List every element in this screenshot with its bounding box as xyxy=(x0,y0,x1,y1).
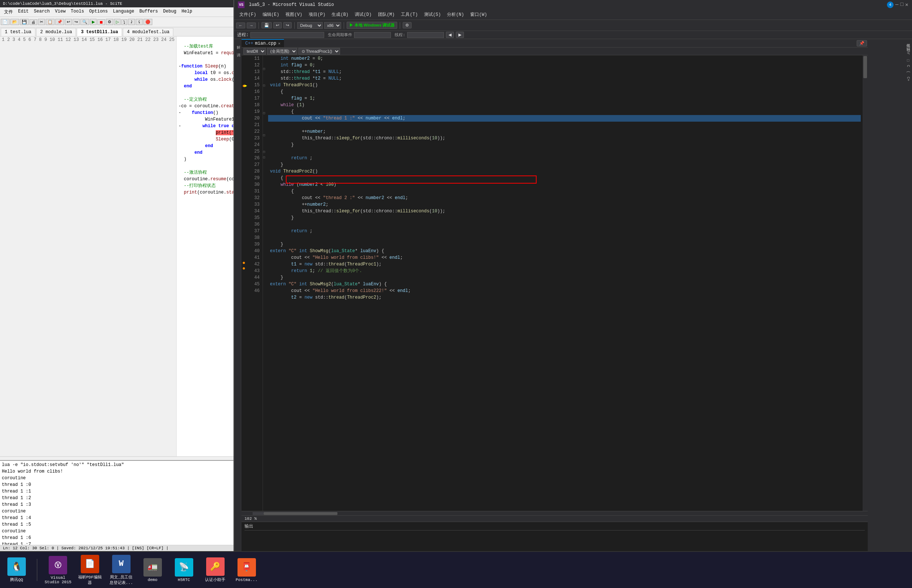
right-panel-label6: C+ xyxy=(870,77,910,81)
vs-menu-debug[interactable]: 调试(D) xyxy=(353,11,374,18)
tb-platform-select[interactable]: x86 x64 xyxy=(324,22,341,29)
minimize-btn[interactable]: — xyxy=(896,2,898,8)
menu-options[interactable]: Options xyxy=(87,8,110,16)
tb-config-select[interactable]: Debug Release xyxy=(297,22,323,29)
vs-menu-edit[interactable]: 编辑(E) xyxy=(260,11,282,18)
taskbar-item-postman[interactable]: 📮 Postma... xyxy=(234,558,260,582)
vs-title: lua5_3 - Microsoft Visual Studio xyxy=(249,2,334,7)
scope-select[interactable]: testDll xyxy=(243,48,266,55)
scite-tab-1[interactable]: 1 test.lua xyxy=(1,28,36,36)
function-select[interactable]: ⊙ ThreadProc1() xyxy=(298,48,340,55)
vs-menubar: 文件(F) 编辑(E) 视图(V) 项目(P) 生成(B) 调试(D) 团队(M… xyxy=(234,10,912,20)
menu-file[interactable]: 文件 xyxy=(2,8,15,16)
code-content[interactable]: --加载test库 WinFeature1 = require("testDll… xyxy=(177,37,233,456)
vs-vscrollbar[interactable] xyxy=(863,55,868,511)
scite-tab-2[interactable]: 2 module.lua xyxy=(36,28,76,36)
menu-view[interactable]: View xyxy=(53,8,68,16)
toolbar-find[interactable]: 🔍 xyxy=(81,19,89,25)
badge-4: 4 xyxy=(887,2,894,8)
toolbar-paste[interactable]: 📌 xyxy=(55,19,64,25)
toolbar-run[interactable]: ▶ xyxy=(90,19,97,25)
vs-menu-view[interactable]: 视图(V) xyxy=(283,11,305,18)
taskbar-item-demo[interactable]: 🚛 demo xyxy=(140,558,166,582)
tb-sep1 xyxy=(259,22,259,29)
vs-menu-project[interactable]: 项目(P) xyxy=(306,11,328,18)
toolbar-debug-over[interactable]: ⤸ xyxy=(128,19,135,25)
taskbar-item-vs[interactable]: Ⓥ VisualStudio 2015 xyxy=(45,556,71,584)
toolbar-new[interactable]: 📄 xyxy=(1,19,10,25)
tb-redo[interactable]: ↪ xyxy=(283,22,292,28)
renzheng-icon: 🔑 xyxy=(206,557,225,576)
tab-close[interactable]: ✕ xyxy=(278,41,280,46)
pdf-icon: 📄 xyxy=(81,555,99,573)
taskbar-item-pdf[interactable]: 📄 福昕PDF编辑器 xyxy=(77,555,103,585)
toolbar-cut[interactable]: ✂ xyxy=(38,19,45,25)
process-label: 进程: xyxy=(237,32,249,38)
toolbar-undo[interactable]: ↩ xyxy=(65,19,72,25)
menu-edit[interactable]: Edit xyxy=(16,8,31,16)
vs-hscroll-thumb[interactable] xyxy=(264,512,338,515)
menu-buffers[interactable]: Buffers xyxy=(137,8,160,16)
taskbar-sep-1 xyxy=(37,559,37,581)
qq-label: 腾讯QQ xyxy=(10,577,23,583)
maximize-btn[interactable]: □ xyxy=(900,2,903,8)
vs-menu-team[interactable]: 团队(M) xyxy=(376,11,397,18)
word-icon: W xyxy=(112,555,131,573)
toolbar-debug-bp[interactable]: 🔴 xyxy=(144,19,152,25)
menu-language[interactable]: Language xyxy=(111,8,136,16)
vs-menu-build[interactable]: 生成(B) xyxy=(329,11,351,18)
vs-editor-tabs: C++ mian.cpp ✕ 📌 xyxy=(241,39,868,48)
toolbar-save[interactable]: 💾 xyxy=(20,19,29,25)
line-numbers: 1 2 3 4 5 6 7 8 9 10 11 12 13 14 15 16 1… xyxy=(0,37,177,456)
bp-marker-40: ● xyxy=(242,260,245,266)
menu-help[interactable]: Help xyxy=(179,8,194,16)
namespace-select[interactable]: (全局范围) xyxy=(267,48,297,55)
taskbar-item-word[interactable]: W 周文_员工信息登记表... xyxy=(108,555,134,585)
tb-settings[interactable]: ⚙ xyxy=(403,22,412,28)
taskbar-item-renzheng[interactable]: 🔑 认证小助手 xyxy=(202,557,228,583)
scite-hscroll[interactable] xyxy=(0,456,233,460)
toolbar-compile[interactable]: ⚙ xyxy=(106,19,113,25)
taskbar-item-h5rtc[interactable]: 📡 H5RTC xyxy=(171,558,197,582)
tb-save-all[interactable]: 💾 xyxy=(262,22,272,28)
next-btn[interactable]: ▶ xyxy=(456,32,464,38)
toolbar-stop[interactable]: ⏹ xyxy=(97,19,105,25)
menu-tools[interactable]: Tools xyxy=(69,8,86,16)
toolbar-debug-run[interactable]: ▷ xyxy=(114,19,121,25)
tb-back[interactable]: ← xyxy=(236,23,245,28)
toolbar-debug-out[interactable]: ⤹ xyxy=(136,19,143,25)
close-btn[interactable]: ✕ xyxy=(906,2,908,8)
vs-menu-analyze[interactable]: 分析(N) xyxy=(445,11,466,18)
process-input[interactable] xyxy=(251,32,324,38)
toolbar-redo[interactable]: ↪ xyxy=(73,19,80,25)
pdf-label: 福昕PDF编辑器 xyxy=(78,574,102,585)
vs-code-content[interactable]: int number2 = 0; int flag = 0; std::thre… xyxy=(268,55,863,511)
toolbar-print[interactable]: 🖨 xyxy=(29,19,37,25)
tab-pin[interactable]: 📌 xyxy=(857,40,867,47)
taskbar-item-qq[interactable]: 🐧 腾讯QQ xyxy=(4,557,29,583)
editor-tab-mian[interactable]: C++ mian.cpp ✕ xyxy=(241,39,284,47)
tab-label: mian.cpp xyxy=(255,41,277,46)
tb-run[interactable]: ▶ 本地 Windows 调试器 xyxy=(347,22,397,29)
vs-menu-test[interactable]: 测试(S) xyxy=(422,11,443,18)
scite-tab-4[interactable]: 4 moduleTest.lua xyxy=(123,28,173,36)
toolbar-debug-step[interactable]: ⤵ xyxy=(121,19,127,25)
prev-btn[interactable]: ◀ xyxy=(446,32,454,38)
vs-vscroll-thumb[interactable] xyxy=(863,56,867,78)
tb-undo[interactable]: ↩ xyxy=(273,22,282,28)
lifecycle-input[interactable] xyxy=(354,32,391,38)
hs-left-btn[interactable] xyxy=(252,512,264,515)
word-label: 周文_员工信息登记表... xyxy=(110,574,133,585)
toolbar-copy[interactable]: 📋 xyxy=(46,19,55,25)
menu-debug[interactable]: Debug xyxy=(161,8,178,16)
thread-input[interactable] xyxy=(407,32,444,38)
menu-search[interactable]: Search xyxy=(32,8,52,16)
scite-tab-3[interactable]: 3 testDll1.lua xyxy=(77,28,122,36)
vs-menu-tools[interactable]: 工具(T) xyxy=(399,11,420,18)
toolbar-open[interactable]: 📂 xyxy=(10,19,19,25)
tb-forward[interactable]: → xyxy=(247,23,256,28)
vs-menu-file[interactable]: 文件(F) xyxy=(237,11,259,18)
vs-hscrollbar[interactable] xyxy=(241,511,868,515)
vs-output-label: 输出 xyxy=(244,523,865,530)
vs-menu-window[interactable]: 窗口(W) xyxy=(468,11,489,18)
